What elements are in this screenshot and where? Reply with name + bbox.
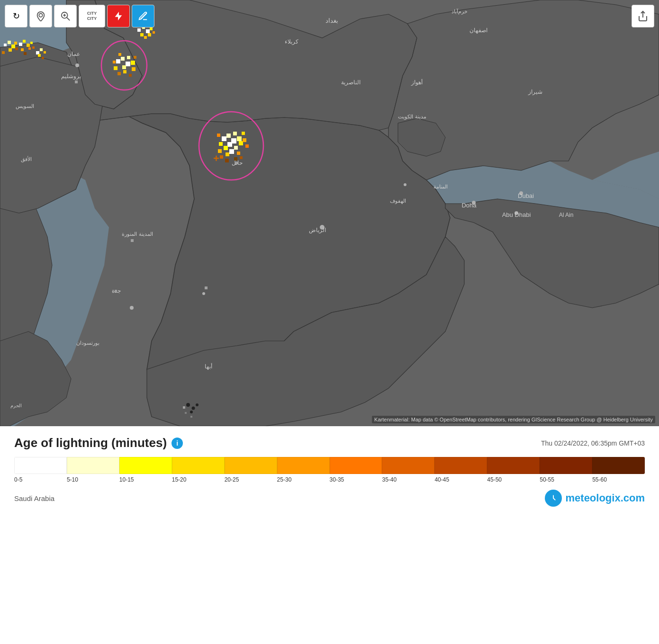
- svg-rect-73: [234, 146, 238, 150]
- svg-rect-68: [227, 142, 232, 147]
- svg-rect-80: [237, 152, 240, 155]
- svg-rect-72: [229, 149, 234, 154]
- draw-button[interactable]: [132, 5, 154, 27]
- svg-rect-112: [36, 51, 39, 54]
- legend-segment-2: [119, 457, 172, 474]
- legend-label-9: 45-50: [487, 476, 540, 483]
- svg-text:عمان: عمان: [67, 51, 80, 57]
- svg-point-0: [39, 14, 42, 17]
- svg-point-16: [404, 183, 406, 186]
- svg-line-6: [140, 13, 147, 20]
- legend-label-6: 30-35: [330, 476, 382, 483]
- svg-rect-82: [245, 144, 249, 148]
- legend-segment-6: [330, 457, 382, 474]
- svg-rect-115: [44, 51, 46, 54]
- svg-rect-77: [226, 152, 229, 156]
- svg-rect-42: [75, 80, 78, 83]
- svg-rect-85: [225, 159, 229, 162]
- svg-rect-50: [116, 59, 120, 63]
- svg-rect-93: [140, 33, 144, 36]
- svg-rect-116: [42, 57, 44, 59]
- svg-rect-53: [122, 65, 126, 69]
- svg-text:شيراز: شيراز: [528, 89, 542, 95]
- svg-line-2: [67, 18, 70, 20]
- footer-row: Saudi Arabia meteologix.com: [14, 490, 645, 507]
- legend-label-8: 40-45: [434, 476, 487, 483]
- legend-title-text: Age of lightning (minutes): [14, 436, 167, 450]
- svg-rect-76: [242, 132, 245, 135]
- toolbar: ↻ CITY CITY: [5, 5, 154, 27]
- svg-rect-102: [2, 51, 5, 54]
- svg-text:Abu Dhabi: Abu Dhabi: [502, 211, 531, 218]
- svg-text:الناصرية: الناصرية: [341, 79, 361, 86]
- city-label-top: CITY: [87, 11, 97, 16]
- svg-rect-54: [127, 56, 130, 59]
- svg-text:بغداد: بغداد: [325, 17, 338, 24]
- legend-label-4: 20-25: [225, 476, 277, 483]
- legend-bar: [14, 457, 645, 474]
- svg-rect-101: [14, 42, 17, 45]
- svg-text:الهفوف: الهفوف: [390, 198, 406, 204]
- svg-point-10: [130, 306, 134, 310]
- legend-label-5: 25-30: [277, 476, 330, 483]
- svg-point-9: [75, 63, 79, 67]
- legend-label-11: 55-60: [592, 476, 645, 483]
- svg-rect-108: [28, 47, 31, 50]
- svg-rect-47: [183, 406, 185, 409]
- svg-rect-62: [113, 61, 116, 63]
- svg-rect-58: [132, 67, 135, 71]
- svg-rect-43: [131, 239, 134, 242]
- svg-text:السويس: السويس: [16, 103, 34, 109]
- svg-rect-83: [220, 155, 223, 159]
- svg-rect-104: [19, 43, 22, 46]
- svg-text:بورتسودان: بورتسودان: [76, 340, 99, 346]
- svg-text:Dubai: Dubai: [518, 192, 534, 199]
- svg-text:المدينة المنورة: المدينة المنورة: [122, 231, 153, 237]
- map-container: ↻ CITY CITY: [0, 0, 659, 426]
- svg-rect-84: [240, 156, 243, 159]
- location-button[interactable]: [29, 5, 52, 27]
- legend-segment-1: [67, 457, 119, 474]
- lightning-button[interactable]: [107, 5, 130, 27]
- refresh-button[interactable]: ↻: [5, 5, 27, 27]
- legend-segment-11: [592, 457, 645, 474]
- zoom-button[interactable]: [54, 5, 77, 27]
- share-button[interactable]: [632, 5, 654, 27]
- legend-segment-5: [277, 457, 330, 474]
- svg-rect-75: [219, 142, 223, 146]
- legend-title-row: Age of lightning (minutes) i Thu 02/24/2…: [14, 436, 645, 450]
- svg-rect-81: [217, 134, 220, 137]
- svg-rect-60: [117, 72, 121, 75]
- svg-point-119: [196, 403, 199, 406]
- logo-icon: [545, 490, 562, 507]
- legend-segment-9: [487, 457, 540, 474]
- svg-rect-111: [32, 46, 35, 49]
- svg-text:اصفهان: اصفهان: [469, 27, 487, 34]
- svg-rect-59: [118, 53, 121, 56]
- svg-rect-52: [126, 62, 130, 66]
- svg-text:المنامة: المنامة: [433, 184, 448, 189]
- info-icon[interactable]: i: [172, 438, 183, 449]
- svg-rect-95: [144, 36, 147, 39]
- svg-rect-66: [226, 134, 231, 138]
- city-label-button[interactable]: CITY CITY: [79, 5, 105, 27]
- svg-text:خرم‌آباد: خرم‌آباد: [451, 9, 468, 15]
- map-attribution: Kartenmaterial: Map data © OpenStreetMap…: [372, 416, 655, 423]
- svg-text:أبها: أبها: [205, 363, 212, 370]
- svg-rect-46: [235, 162, 238, 164]
- svg-rect-109: [24, 52, 27, 55]
- svg-text:Doha: Doha: [461, 202, 477, 209]
- svg-rect-91: [146, 29, 150, 33]
- svg-rect-94: [148, 33, 151, 36]
- svg-rect-114: [38, 54, 41, 57]
- svg-text:مدينة الكويت: مدينة الكويت: [398, 114, 426, 120]
- svg-rect-74: [239, 141, 243, 145]
- svg-rect-56: [114, 66, 117, 70]
- svg-rect-45: [115, 290, 117, 292]
- legend-labels: 0-55-1010-1515-2020-2525-3030-3535-4040-…: [14, 476, 645, 483]
- svg-rect-105: [23, 40, 26, 43]
- svg-rect-89: [137, 28, 141, 32]
- legend-segment-4: [225, 457, 277, 474]
- svg-rect-61: [129, 74, 132, 77]
- svg-rect-99: [11, 45, 15, 48]
